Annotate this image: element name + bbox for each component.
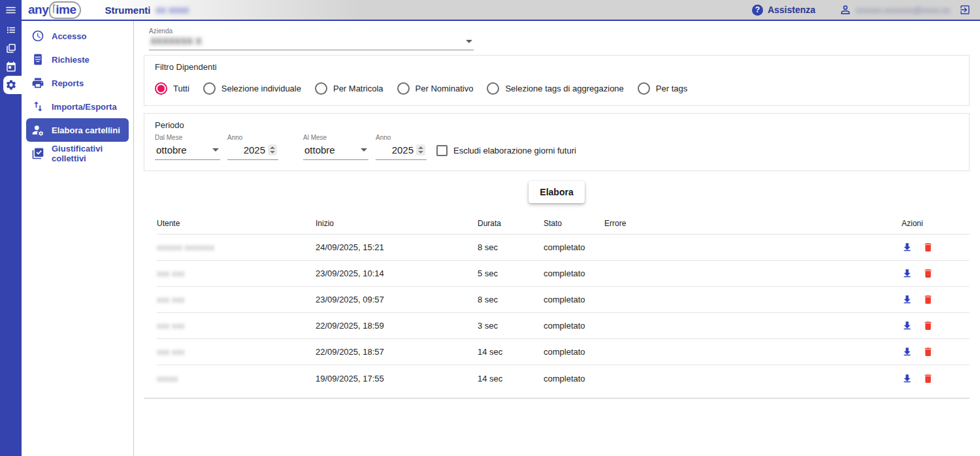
field-label: Anno [376, 134, 427, 141]
sidebar-item-label: Giustificativi collettivi [52, 144, 133, 163]
person-icon [839, 3, 852, 16]
radio-label: Per Matricola [333, 84, 384, 93]
logo-any: any [28, 3, 48, 17]
field-label: Dal Mese [155, 134, 220, 141]
table-row: xxx xxx 22/09/2025, 18:57 14 sec complet… [157, 339, 970, 365]
cell-inizio: 19/09/2025, 17:55 [316, 374, 478, 383]
stacked-windows-icon[interactable] [0, 39, 22, 57]
radio-icon [397, 82, 410, 95]
escludi-giorni-futuri-checkbox[interactable]: Escludi elaborazione giorni futuri [436, 145, 576, 156]
app-logo: any⌈ime [28, 1, 81, 19]
main-content: Azienda XXXXXXX X Filtro Dipendenti Tutt… [134, 21, 980, 456]
cell-durata: 14 sec [478, 347, 544, 357]
filtro-radio-option[interactable]: Tutti [155, 82, 189, 95]
cell-inizio: 22/09/2025, 18:57 [316, 347, 478, 357]
logout-icon[interactable] [959, 4, 971, 16]
periodo-title: Periodo [155, 120, 958, 130]
sidebar-item-accesso[interactable]: Accesso [22, 24, 133, 48]
column-header-inizio: Inizio [316, 219, 478, 228]
radio-icon [487, 82, 499, 95]
al-mese-select[interactable]: Al Mese ottobre [303, 134, 368, 160]
sidebar-item-giustificativi-collettivi[interactable]: Giustificativi collettivi [22, 142, 133, 165]
download-icon[interactable] [902, 242, 913, 253]
field-value: 2025 [229, 144, 265, 155]
user-menu[interactable]: xxxxxx.xxxxxxx@xxxx.xx [839, 3, 950, 16]
printer-icon [31, 76, 44, 90]
manage-accounts-icon [31, 123, 44, 137]
number-stepper[interactable] [268, 144, 277, 155]
filtro-radio-option[interactable]: Per Matricola [315, 82, 384, 95]
delete-icon[interactable] [923, 346, 934, 357]
delete-icon[interactable] [923, 320, 934, 331]
delete-icon[interactable] [923, 242, 934, 253]
checkbox-label: Escludi elaborazione giorni futuri [453, 146, 576, 155]
user-name-masked: xxx xxx [157, 347, 185, 357]
column-header-azioni: Azioni [902, 219, 970, 228]
calendar-icon[interactable] [0, 57, 22, 76]
filtro-radio-option[interactable]: Selezione tags di aggregazione [487, 82, 623, 95]
checkbox-box [436, 145, 448, 156]
page-title-suffix-masked: xx xxxx [155, 5, 189, 15]
delete-icon[interactable] [923, 373, 934, 384]
cell-stato: completato [544, 242, 604, 252]
sidebar-item-reports[interactable]: Reports [22, 71, 133, 95]
chevron-down-icon [466, 40, 472, 43]
logo-cloud-outline: ⌈ime [49, 1, 81, 19]
sidebar-item-label: Accesso [52, 31, 86, 41]
elabora-button[interactable]: Elabora [529, 181, 584, 203]
column-header-utente: Utente [157, 219, 316, 228]
anno-a-input[interactable]: Anno 2025 [376, 134, 427, 160]
number-stepper[interactable] [416, 144, 425, 155]
download-icon[interactable] [902, 294, 913, 305]
column-header-stato: Stato [544, 219, 604, 228]
filtro-dipendenti-box: Filtro Dipendenti Tutti Selezione indivi… [144, 55, 970, 106]
logo-ime: ime [56, 3, 76, 17]
download-icon[interactable] [902, 373, 913, 384]
assistenza-label: Assistenza [768, 5, 815, 15]
menu-icon[interactable] [0, 0, 22, 20]
cell-inizio: 23/09/2025, 09:57 [316, 295, 478, 304]
azienda-value-masked: XXXXXXX X [150, 36, 202, 46]
radio-label: Selezione individuale [221, 84, 301, 93]
settings-icon[interactable] [0, 76, 22, 94]
cell-durata: 8 sec [478, 295, 544, 304]
dal-mese-select[interactable]: Dal Mese ottobre [155, 134, 220, 160]
anno-da-input[interactable]: Anno 2025 [227, 134, 278, 160]
radio-label: Per tags [656, 84, 687, 93]
filtro-radio-group: Tutti Selezione individuale Per Matricol… [155, 82, 958, 95]
chevron-down-icon [212, 148, 219, 152]
filtro-radio-option[interactable]: Per tags [638, 82, 687, 95]
list-icon[interactable] [0, 21, 22, 39]
top-bar: any⌈ime Strumenti xx xxxx ? Assistenza x… [22, 0, 980, 21]
cell-stato: completato [544, 347, 604, 357]
field-label: Anno [227, 134, 278, 141]
cell-inizio: 23/09/2025, 10:14 [316, 269, 478, 278]
download-icon[interactable] [902, 268, 913, 279]
elaborazioni-table: Utente Inizio Durata Stato Errore Azioni… [144, 212, 970, 399]
download-icon[interactable] [902, 320, 913, 331]
filtro-radio-option[interactable]: Per Nominativo [397, 82, 474, 95]
column-header-durata: Durata [478, 219, 544, 228]
sidebar-item-label: Importa/Esporta [52, 102, 117, 112]
sidebar-item-elabora-cartellini[interactable]: Elabora cartellini [26, 118, 129, 142]
azienda-select[interactable]: Azienda XXXXXXX X [149, 27, 474, 50]
help-icon: ? [752, 5, 763, 16]
azienda-label: Azienda [149, 27, 474, 35]
sidebar-item-importa-esporta[interactable]: Importa/Esporta [22, 95, 133, 118]
download-icon[interactable] [902, 346, 913, 357]
checklist-icon [31, 147, 44, 160]
table-header-row: Utente Inizio Durata Stato Errore Azioni [157, 212, 970, 235]
user-name-masked: xxx xxx [157, 321, 185, 331]
periodo-box: Periodo Dal Mese ottobre Anno 2025 Al Me… [144, 113, 970, 171]
sidebar-item-richieste[interactable]: Richieste [22, 48, 133, 71]
column-header-errore: Errore [604, 219, 902, 228]
assistenza-button[interactable]: ? Assistenza [752, 5, 815, 16]
radio-icon [638, 82, 650, 95]
delete-icon[interactable] [923, 268, 934, 279]
filtro-radio-option[interactable]: Selezione individuale [203, 82, 301, 95]
table-row: xxxxxx xxxxxxx 24/09/2025, 15:21 8 sec c… [157, 235, 970, 261]
radio-icon [203, 82, 216, 95]
delete-icon[interactable] [923, 294, 934, 305]
cell-stato: completato [544, 374, 604, 383]
table-row: xxx xxx 23/09/2025, 09:57 8 sec completa… [157, 287, 970, 313]
